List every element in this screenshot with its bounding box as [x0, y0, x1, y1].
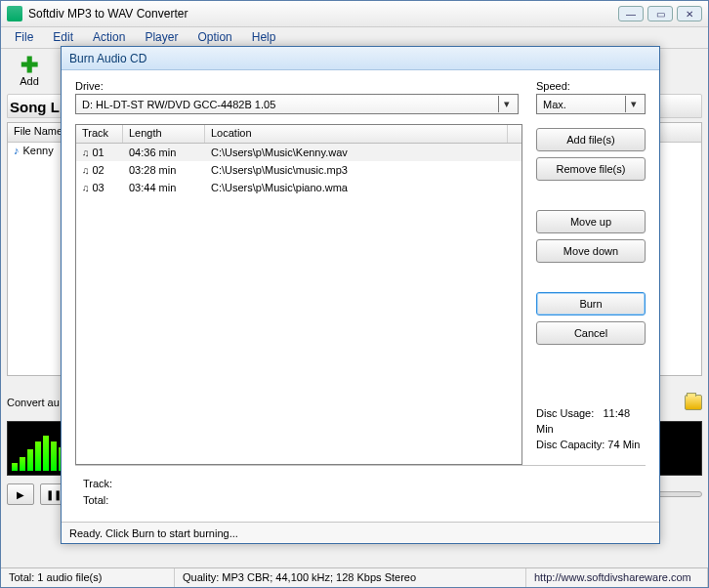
col-length[interactable]: Length [123, 125, 205, 143]
track-location: C:\Users\p\Music\piano.wma [205, 182, 521, 193]
spectrum-bar [27, 449, 33, 471]
main-window-title: Softdiv MP3 to WAV Converter [28, 7, 612, 21]
track-location: C:\Users\p\Music\Kenny.wav [205, 147, 521, 158]
disc-info: Disc Usage: 11:48 Min Disc Capacity: 74 … [536, 400, 646, 465]
cancel-button[interactable]: Cancel [536, 321, 646, 345]
speed-combobox[interactable]: Max. ▾ [536, 94, 646, 114]
toolbar-add-button[interactable]: ✚ Add [7, 51, 52, 92]
disc-usage-label: Disc Usage: [536, 407, 594, 419]
track-row[interactable]: ♫0203:28 minC:\Users\p\Music\music.mp3 [76, 161, 521, 179]
remove-files-button[interactable]: Remove file(s) [536, 157, 646, 181]
app-icon [7, 6, 22, 21]
speed-value: Max. [543, 99, 566, 110]
track-length: 03:44 min [123, 182, 205, 193]
main-titlebar[interactable]: Softdiv MP3 to WAV Converter — ▭ ✕ [1, 1, 708, 27]
track-row[interactable]: ♫0104:36 minC:\Users\p\Music\Kenny.wav [76, 144, 521, 161]
track-location: C:\Users\p\Music\music.mp3 [205, 164, 521, 176]
track-length: 03:28 min [123, 164, 205, 176]
play-button[interactable]: ▶ [7, 483, 34, 505]
maximize-button[interactable]: ▭ [647, 6, 673, 21]
progress-info: Track: Total: [75, 465, 646, 516]
track-number: 01 [93, 147, 104, 158]
main-statusbar: Total: 1 audio file(s) Quality: MP3 CBR;… [1, 567, 708, 587]
convert-label: Convert au [7, 397, 60, 408]
music-note-icon: ♫ [82, 147, 90, 158]
drive-label: Drive: [75, 80, 519, 92]
spectrum-bar [51, 441, 57, 471]
menu-player[interactable]: Player [135, 27, 188, 48]
dialog-statusbar: Ready. Click Burn to start burning... [62, 522, 659, 543]
progress-track-label: Track: [83, 478, 112, 489]
list-item-label: Kenny [23, 145, 54, 156]
status-total: Total: 1 audio file(s) [1, 568, 175, 587]
status-url[interactable]: http://www.softdivshareware.com [526, 568, 708, 587]
music-note-icon: ♫ [82, 183, 90, 193]
col-track[interactable]: Track [76, 125, 123, 143]
move-down-button[interactable]: Move down [536, 239, 646, 263]
drive-value: D: HL-DT-ST RW/DVD GCC-4482B 1.05 [82, 99, 275, 110]
chevron-down-icon: ▾ [498, 96, 515, 112]
music-note-icon: ♪ [14, 145, 20, 156]
chevron-down-icon: ▾ [625, 96, 642, 112]
menu-file[interactable]: File [5, 27, 43, 48]
close-button[interactable]: ✕ [677, 6, 702, 21]
col-spacer [508, 125, 521, 143]
disc-capacity-value: 74 Min [607, 439, 640, 450]
add-files-button[interactable]: Add file(s) [536, 128, 646, 151]
menu-edit[interactable]: Edit [43, 27, 83, 48]
track-length: 04:36 min [123, 147, 205, 158]
open-folder-icon[interactable] [685, 395, 702, 410]
burn-button[interactable]: Burn [536, 292, 646, 315]
burn-cd-dialog: Burn Audio CD Drive: D: HL-DT-ST RW/DVD … [61, 46, 660, 544]
music-note-icon: ♫ [82, 165, 90, 176]
spectrum-bar [43, 436, 49, 471]
spectrum-bar [20, 457, 25, 471]
minimize-button[interactable]: — [618, 6, 644, 21]
menu-action[interactable]: Action [83, 27, 135, 48]
disc-capacity-label: Disc Capacity: [536, 439, 605, 450]
menu-option[interactable]: Option [188, 27, 241, 48]
toolbar-add-label: Add [20, 75, 39, 87]
progress-total-label: Total: [83, 494, 108, 506]
track-number: 03 [93, 182, 104, 193]
window-controls: — ▭ ✕ [618, 6, 702, 21]
drive-combobox[interactable]: D: HL-DT-ST RW/DVD GCC-4482B 1.05 ▾ [75, 94, 519, 114]
menu-help[interactable]: Help [242, 27, 286, 48]
status-quality: Quality: MP3 CBR; 44,100 kHz; 128 Kbps S… [175, 568, 526, 587]
move-up-button[interactable]: Move up [536, 210, 646, 233]
spectrum-bar [12, 463, 18, 471]
col-location[interactable]: Location [205, 125, 508, 143]
dialog-title[interactable]: Burn Audio CD [62, 47, 659, 70]
plus-icon: ✚ [21, 57, 38, 74]
track-row[interactable]: ♫0303:44 minC:\Users\p\Music\piano.wma [76, 179, 521, 196]
spectrum-bar [35, 441, 41, 471]
track-grid[interactable]: Track Length Location ♫0104:36 minC:\Use… [75, 124, 522, 465]
track-number: 02 [93, 164, 104, 176]
speed-label: Speed: [536, 80, 646, 92]
